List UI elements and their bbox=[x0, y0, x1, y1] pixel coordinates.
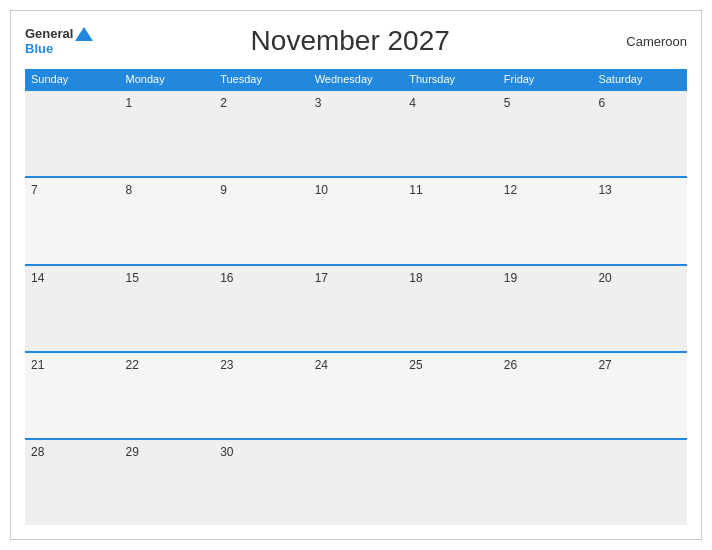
calendar-week-row: 14151617181920 bbox=[25, 265, 687, 352]
calendar-week-row: 282930 bbox=[25, 439, 687, 525]
calendar-day-cell: 5 bbox=[498, 90, 593, 177]
calendar-day-cell: 29 bbox=[120, 439, 215, 525]
calendar-day-cell bbox=[592, 439, 687, 525]
calendar-week-row: 78910111213 bbox=[25, 177, 687, 264]
calendar-day-cell bbox=[498, 439, 593, 525]
logo: General Blue bbox=[25, 26, 93, 56]
weekday-thursday: Thursday bbox=[403, 69, 498, 90]
calendar-day-cell bbox=[403, 439, 498, 525]
calendar-day-cell: 15 bbox=[120, 265, 215, 352]
calendar-day-cell: 23 bbox=[214, 352, 309, 439]
calendar-day-cell: 20 bbox=[592, 265, 687, 352]
weekday-sunday: Sunday bbox=[25, 69, 120, 90]
calendar-day-cell: 13 bbox=[592, 177, 687, 264]
calendar-week-row: 21222324252627 bbox=[25, 352, 687, 439]
calendar-day-cell: 1 bbox=[120, 90, 215, 177]
calendar-header: General Blue November 2027 Cameroon bbox=[25, 21, 687, 61]
calendar-day-cell: 17 bbox=[309, 265, 404, 352]
calendar-day-cell: 9 bbox=[214, 177, 309, 264]
logo-general-text: General bbox=[25, 26, 73, 41]
calendar-day-cell: 8 bbox=[120, 177, 215, 264]
calendar-day-cell: 7 bbox=[25, 177, 120, 264]
calendar-day-cell: 26 bbox=[498, 352, 593, 439]
weekday-saturday: Saturday bbox=[592, 69, 687, 90]
calendar-day-cell: 4 bbox=[403, 90, 498, 177]
calendar-header-row: Sunday Monday Tuesday Wednesday Thursday… bbox=[25, 69, 687, 90]
weekday-tuesday: Tuesday bbox=[214, 69, 309, 90]
calendar-day-cell: 19 bbox=[498, 265, 593, 352]
calendar-day-cell: 3 bbox=[309, 90, 404, 177]
calendar-day-cell: 12 bbox=[498, 177, 593, 264]
calendar-day-cell: 27 bbox=[592, 352, 687, 439]
calendar-day-cell: 22 bbox=[120, 352, 215, 439]
calendar-table: Sunday Monday Tuesday Wednesday Thursday… bbox=[25, 69, 687, 525]
weekday-monday: Monday bbox=[120, 69, 215, 90]
calendar-day-cell: 16 bbox=[214, 265, 309, 352]
calendar-day-cell bbox=[309, 439, 404, 525]
calendar-day-cell: 10 bbox=[309, 177, 404, 264]
calendar-day-cell: 24 bbox=[309, 352, 404, 439]
calendar-day-cell: 18 bbox=[403, 265, 498, 352]
calendar-day-cell: 2 bbox=[214, 90, 309, 177]
calendar-day-cell: 25 bbox=[403, 352, 498, 439]
calendar-day-cell: 28 bbox=[25, 439, 120, 525]
calendar-day-cell: 11 bbox=[403, 177, 498, 264]
country-label: Cameroon bbox=[607, 34, 687, 49]
weekday-friday: Friday bbox=[498, 69, 593, 90]
calendar-day-cell: 30 bbox=[214, 439, 309, 525]
logo-triangle-icon bbox=[75, 27, 93, 41]
calendar-body: 1234567891011121314151617181920212223242… bbox=[25, 90, 687, 525]
calendar-week-row: 123456 bbox=[25, 90, 687, 177]
calendar-day-cell: 21 bbox=[25, 352, 120, 439]
weekday-wednesday: Wednesday bbox=[309, 69, 404, 90]
month-title: November 2027 bbox=[93, 25, 607, 57]
calendar-day-cell: 6 bbox=[592, 90, 687, 177]
calendar-day-cell: 14 bbox=[25, 265, 120, 352]
calendar-container: General Blue November 2027 Cameroon Sund… bbox=[10, 10, 702, 540]
calendar-day-cell bbox=[25, 90, 120, 177]
logo-blue-text: Blue bbox=[25, 41, 53, 56]
